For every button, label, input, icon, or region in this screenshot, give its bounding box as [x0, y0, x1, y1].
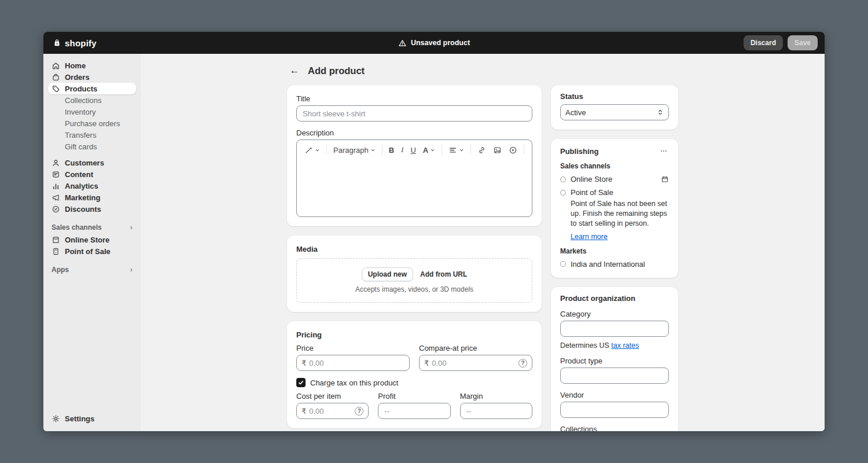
category-help-text: Determines US tax rates	[560, 341, 669, 350]
sidebar-item-point-of-sale[interactable]: Point of Sale	[48, 245, 136, 257]
shopify-bag-icon: s	[53, 39, 61, 47]
products-tag-icon	[52, 84, 60, 93]
toolbar-divider	[442, 145, 442, 155]
help-icon[interactable]: ?	[355, 407, 363, 416]
sidebar-item-orders[interactable]: Orders	[48, 71, 136, 83]
profit-label: Profit	[378, 392, 450, 400]
compare-at-input-wrap: ₹ ?	[419, 355, 532, 371]
sidebar-item-home[interactable]: Home	[48, 60, 136, 71]
save-button[interactable]: Save	[788, 35, 818, 50]
sidebar-item-analytics[interactable]: Analytics	[48, 180, 136, 192]
product-organization-heading: Product organization	[560, 294, 669, 303]
schedule-publish-button[interactable]	[661, 175, 669, 183]
discounts-icon	[52, 205, 60, 214]
pos-setup-note: Point of Sale has not been set up. Finis…	[571, 199, 669, 229]
analytics-icon	[52, 182, 60, 190]
sidebar-item-online-store[interactable]: Online Store	[48, 234, 136, 245]
price-input-wrap: ₹	[296, 355, 410, 371]
insert-video-button[interactable]	[506, 143, 520, 157]
sidebar-item-discounts[interactable]: Discounts	[48, 203, 136, 215]
sidebar-item-content[interactable]: Content	[48, 168, 136, 180]
topbar-actions: Discard Save	[744, 35, 818, 50]
title-label: Title	[296, 94, 532, 103]
insert-image-button[interactable]	[490, 143, 505, 157]
customers-icon	[52, 159, 60, 167]
market-row: India and International	[560, 260, 669, 269]
price-input[interactable]	[309, 359, 404, 368]
title-input[interactable]	[296, 105, 532, 122]
media-dropzone[interactable]: Upload new Add from URL Accepts images, …	[296, 258, 532, 303]
product-type-label: Product type	[560, 357, 669, 365]
sales-channels-section-header[interactable]: Sales channels ›	[48, 223, 136, 232]
back-button[interactable]: ←	[287, 63, 302, 78]
sidebar-item-purchase-orders[interactable]: Purchase orders	[48, 117, 136, 129]
paragraph-style-label: Paragraph	[333, 146, 369, 155]
point-of-sale-icon	[52, 247, 60, 256]
more-formatting-button[interactable]	[528, 143, 532, 157]
description-textarea[interactable]	[297, 160, 532, 216]
checkmark-icon	[298, 380, 304, 385]
sidebar-label: Settings	[65, 414, 94, 423]
sidebar-label: Marketing	[65, 193, 100, 202]
select-chevrons-icon	[657, 109, 664, 116]
margin-label: Margin	[460, 392, 532, 400]
italic-button[interactable]: I	[398, 143, 406, 157]
magic-text-button[interactable]	[301, 143, 323, 157]
insert-link-button[interactable]	[475, 143, 489, 157]
toolbar-divider	[470, 145, 471, 155]
content-icon	[52, 170, 60, 179]
market-bullet-icon	[560, 261, 566, 267]
sidebar-item-products[interactable]: Products	[48, 83, 136, 94]
sidebar-label: Analytics	[65, 182, 98, 190]
category-input[interactable]	[560, 321, 669, 337]
apps-section-header[interactable]: Apps ›	[48, 265, 136, 274]
sidebar-label: Online Store	[65, 236, 109, 244]
alignment-button[interactable]	[446, 143, 467, 157]
align-left-icon	[448, 146, 457, 155]
product-type-input[interactable]	[560, 368, 669, 384]
compare-at-price-label: Compare-at price	[419, 344, 532, 352]
chevron-down-icon	[430, 148, 435, 153]
sidebar-item-inventory[interactable]: Inventory	[48, 106, 136, 117]
text-color-button[interactable]: A	[420, 143, 438, 157]
learn-more-link[interactable]: Learn more	[571, 233, 608, 241]
upload-new-button[interactable]: Upload new	[362, 267, 413, 281]
sidebar-label: Customers	[65, 159, 104, 167]
help-icon[interactable]: ?	[518, 359, 527, 368]
status-heading: Status	[560, 92, 669, 101]
description-editor: Paragraph B I U A	[296, 139, 532, 217]
status-select[interactable]: Active	[560, 104, 669, 120]
sidebar-item-transfers[interactable]: Transfers	[48, 129, 136, 141]
editor-toolbar: Paragraph B I U A	[297, 140, 532, 160]
profit-input[interactable]	[378, 403, 450, 419]
page-title: Add product	[308, 65, 365, 76]
publishing-heading: Publishing	[560, 147, 598, 156]
charge-tax-checkbox-row[interactable]: Charge tax on this product	[296, 378, 532, 387]
add-from-url-button[interactable]: Add from URL	[420, 270, 467, 278]
paragraph-style-dropdown[interactable]: Paragraph	[330, 143, 378, 157]
sidebar-label: Products	[65, 84, 97, 93]
compare-at-price-input[interactable]	[432, 359, 516, 368]
link-icon	[477, 146, 486, 155]
charge-tax-checkbox[interactable]	[296, 378, 306, 387]
cost-per-item-input[interactable]	[309, 407, 352, 416]
sidebar-label: Point of Sale	[65, 247, 111, 256]
image-icon	[493, 146, 502, 155]
tax-rates-link[interactable]: tax rates	[611, 341, 639, 350]
publishing-menu-button[interactable]	[659, 146, 669, 156]
sidebar-item-settings[interactable]: Settings	[48, 413, 136, 424]
sidebar-item-marketing[interactable]: Marketing	[48, 192, 136, 203]
channel-label: Point of Sale	[571, 188, 613, 197]
discard-button[interactable]: Discard	[744, 35, 783, 50]
markets-subheading: Markets	[560, 247, 669, 255]
description-label: Description	[296, 128, 532, 137]
sidebar-item-customers[interactable]: Customers	[48, 157, 136, 168]
margin-input[interactable]	[460, 403, 532, 419]
vendor-input[interactable]	[560, 402, 669, 418]
pricing-card: Pricing Price ₹	[287, 321, 542, 428]
sidebar-item-collections[interactable]: Collections	[48, 94, 136, 106]
underline-button[interactable]: U	[407, 143, 418, 157]
bold-button[interactable]: B	[386, 143, 397, 157]
sidebar-item-gift-cards[interactable]: Gift cards	[48, 141, 136, 152]
media-card: Media Upload new Add from URL Accepts im…	[287, 236, 542, 312]
